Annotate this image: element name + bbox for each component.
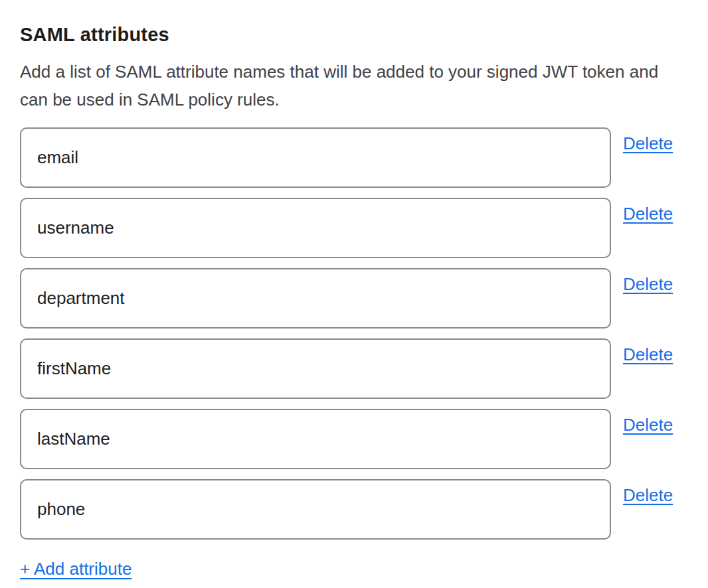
delete-link[interactable]: Delete [623, 344, 673, 365]
attribute-row: Delete [20, 479, 688, 540]
attribute-row: Delete [20, 268, 688, 329]
delete-link[interactable]: Delete [623, 133, 673, 154]
attribute-input-email[interactable] [20, 127, 611, 188]
attribute-input-phone[interactable] [20, 479, 611, 540]
attribute-input-username[interactable] [20, 198, 611, 258]
attribute-row: Delete [20, 409, 688, 469]
attribute-list: Delete Delete Delete Delete Delete Delet… [20, 127, 688, 540]
attribute-row: Delete [20, 198, 688, 258]
delete-link[interactable]: Delete [623, 204, 673, 224]
attribute-input-department[interactable] [20, 268, 611, 329]
add-attribute-link[interactable]: + Add attribute [20, 559, 132, 579]
attribute-row: Delete [20, 127, 688, 188]
saml-attributes-section: SAML attributes Add a list of SAML attri… [0, 0, 708, 588]
attribute-input-lastName[interactable] [20, 409, 611, 469]
delete-link[interactable]: Delete [623, 274, 673, 295]
delete-link[interactable]: Delete [623, 415, 673, 435]
delete-link[interactable]: Delete [623, 485, 673, 506]
section-description: Add a list of SAML attribute names that … [20, 58, 684, 113]
section-title: SAML attributes [20, 24, 688, 46]
attribute-input-firstName[interactable] [20, 338, 611, 399]
attribute-row: Delete [20, 338, 688, 399]
